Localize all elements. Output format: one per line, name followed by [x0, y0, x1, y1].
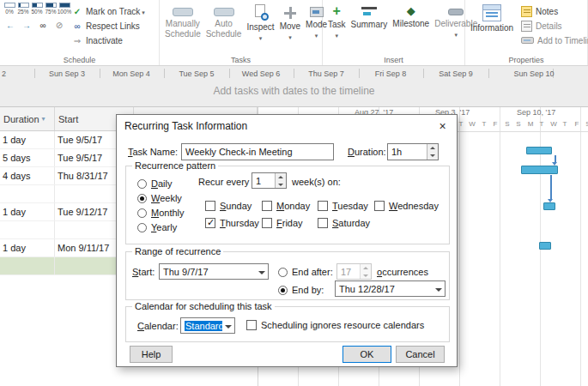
spin-up-icon[interactable] [427, 144, 438, 152]
start-header-label: Start [58, 114, 78, 124]
checkbox-icon [374, 201, 385, 211]
radio-end-by[interactable]: End by: [278, 285, 324, 295]
gantt-bar[interactable] [543, 202, 555, 210]
spin-down-icon[interactable] [427, 152, 438, 160]
ribbon-group-tasks: Manually Schedule Auto Schedule Inspect … [160, 0, 323, 65]
duration-cell[interactable]: 1 day [0, 239, 55, 256]
duration-cell[interactable]: 4 days [0, 167, 55, 184]
day-letter: W [469, 120, 476, 128]
duration-label: Duration: [348, 147, 386, 157]
occurrences-label: occurrences [377, 267, 428, 277]
radio-monthly[interactable]: Monthly [137, 208, 185, 218]
duration-cell[interactable]: 5 days [0, 149, 55, 166]
duration-cell[interactable] [0, 185, 55, 202]
checkbox-friday[interactable]: Friday [262, 218, 303, 228]
insert-milestone-button[interactable]: ◆ Milestone [391, 3, 431, 31]
help-button[interactable]: Help [130, 346, 173, 363]
checkbox-thursday[interactable]: Thursday [205, 218, 259, 228]
respect-links-label: Respect Links [86, 21, 140, 31]
gantt-bar[interactable] [539, 242, 551, 250]
checkbox-icon [262, 201, 272, 211]
respect-links-button[interactable]: ∞ Respect Links [72, 19, 145, 33]
occurrences-value: 17 [337, 265, 360, 279]
duration-cell[interactable]: 1 day [0, 131, 55, 148]
filter-caret-icon[interactable]: ▾ [42, 115, 45, 123]
close-button[interactable]: × [428, 115, 457, 136]
column-header-duration[interactable]: Duration ▾ [0, 107, 55, 130]
link-line [550, 175, 552, 199]
percent-75-button[interactable]: 75% [45, 3, 57, 15]
dropdown-arrow-icon[interactable] [222, 318, 234, 333]
duration-cell[interactable] [0, 257, 55, 274]
schedule-group-label: Schedule [0, 56, 159, 64]
information-button[interactable]: Information [469, 3, 515, 35]
add-to-timeline-button[interactable]: Add to Timeline [521, 34, 588, 46]
timeline-date: Sun Sep 3 [49, 69, 85, 78]
gantt-bar[interactable] [521, 166, 558, 174]
radio-yearly[interactable]: Yearly [137, 222, 177, 232]
day-letter: T [459, 120, 464, 128]
manually-schedule-button[interactable]: Manually Schedule [163, 3, 203, 40]
day-letter: T [563, 120, 567, 128]
percent-100-button[interactable]: 100% [58, 3, 70, 15]
outdent-task-button[interactable]: ← [3, 19, 17, 32]
duration-stepper[interactable]: 1h [387, 143, 439, 160]
insert-summary-button[interactable]: Summary [349, 3, 390, 32]
dropdown-arrow-icon[interactable] [433, 281, 445, 296]
spin-down-icon[interactable] [276, 181, 286, 189]
spin-up-icon[interactable] [276, 173, 286, 181]
checkbox-scheduling-ignores[interactable]: Scheduling ignores resource calendars [246, 320, 424, 330]
inactivate-label: Inactivate [86, 36, 123, 45]
occurrences-stepper[interactable]: 17 [336, 263, 372, 280]
task-name-value: Weekly Check-in Meeting [182, 145, 333, 159]
percent-0-label: 0% [5, 9, 13, 15]
recur-every-stepper[interactable]: 1 [252, 172, 287, 189]
percent-50-button[interactable]: 50% [31, 3, 43, 15]
timeline-pane[interactable]: 2 Sun Sep 3 Mon Sep 4 Tue Sep 5 Wed Sep … [0, 66, 588, 107]
radio-daily[interactable]: Daily [137, 178, 172, 189]
spin-up-icon[interactable] [361, 264, 371, 272]
duration-cell[interactable] [0, 221, 55, 238]
respect-links-icon: ∞ [72, 21, 82, 31]
percent-50-icon [32, 3, 43, 8]
deliverable-icon [448, 9, 464, 15]
scheduling-ignores-label: Scheduling ignores resource calendars [261, 320, 424, 330]
inspect-button[interactable]: Inspect [245, 3, 276, 44]
gantt-bar[interactable] [526, 147, 552, 154]
move-button[interactable]: Move [278, 3, 302, 43]
unlink-tasks-button[interactable]: ⊘ [52, 19, 66, 32]
checkbox-sunday[interactable]: Sunday [205, 201, 252, 211]
calendar-group-label: Calendar for scheduling this task [132, 301, 275, 311]
percent-0-button[interactable]: 0% [3, 3, 15, 15]
checkbox-tuesday[interactable]: Tuesday [318, 201, 368, 211]
task-name-input[interactable]: Weekly Check-in Meeting [181, 143, 334, 160]
link-tasks-button[interactable]: ∞ [36, 19, 50, 32]
checkbox-wednesday[interactable]: Wednesday [374, 201, 439, 211]
checkbox-saturday[interactable]: Saturday [318, 218, 370, 228]
calendar-combobox[interactable]: Standard [180, 317, 235, 334]
timeline-tick [423, 69, 424, 78]
percent-25-button[interactable]: 25% [17, 3, 29, 15]
radio-end-after[interactable]: End after: [278, 267, 333, 277]
auto-schedule-button[interactable]: Auto Schedule [204, 3, 244, 40]
notes-button[interactable]: Notes [521, 5, 588, 17]
mark-on-track-button[interactable]: ✓ Mark on Track [72, 4, 145, 18]
radio-dot-icon [137, 208, 147, 218]
details-icon [521, 21, 532, 32]
magnifier-document-icon [253, 4, 269, 21]
end-by-date-combobox[interactable]: Thu 12/28/17 [335, 280, 446, 297]
insert-task-button[interactable]: + Task [326, 3, 348, 41]
start-date-combobox[interactable]: Thu 9/7/17 [159, 263, 269, 280]
details-button[interactable]: Details [521, 20, 588, 32]
radio-weekly[interactable]: Weekly [137, 193, 182, 203]
checkbox-monday[interactable]: Monday [262, 201, 310, 211]
duration-cell[interactable]: 1 day [0, 203, 55, 220]
ok-button[interactable]: OK [342, 346, 391, 363]
inactivate-button[interactable]: ⇒ Inactivate [72, 33, 145, 47]
spin-down-icon[interactable] [361, 272, 371, 280]
dropdown-arrow-icon[interactable] [256, 264, 268, 279]
timeline-date: Thu Sep 7 [308, 69, 344, 78]
insert-group-label: Insert [323, 56, 464, 64]
cancel-button[interactable]: Cancel [396, 346, 445, 363]
indent-task-button[interactable]: → [20, 19, 33, 32]
